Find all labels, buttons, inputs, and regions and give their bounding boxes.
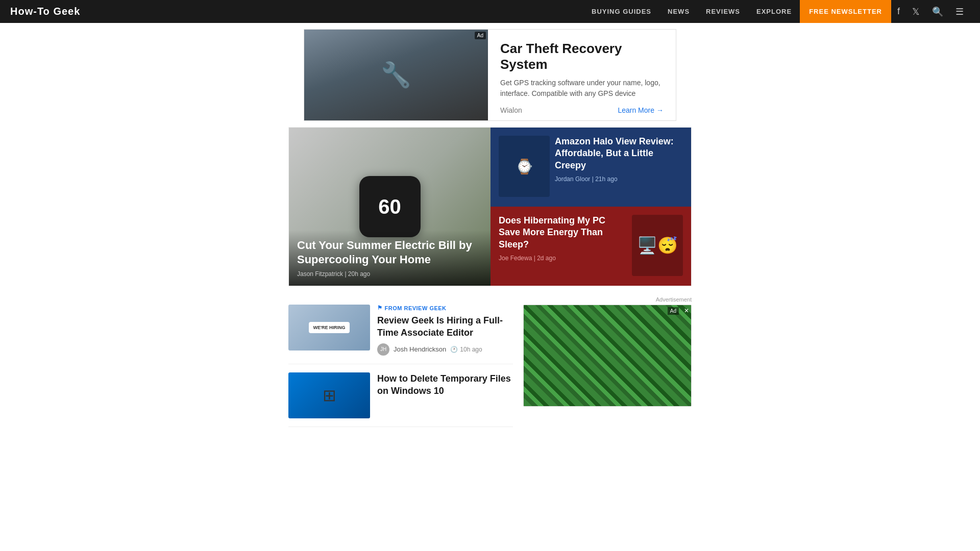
article-author-row: JH Josh Hendrickson 🕐 10h ago: [377, 343, 513, 356]
hiring-thumbnail: WE'RE HIRING: [288, 305, 370, 350]
hibernation-illustration: 🖥️😴: [632, 215, 683, 276]
article-body: How to Delete Temporary Files on Windows…: [377, 372, 513, 397]
twitter-icon[interactable]: 𝕏: [906, 0, 926, 23]
content-area: WE'RE HIRING ⚑ FROM REVIEW GEEK Review G…: [288, 296, 692, 427]
clock-icon: 🕐: [450, 346, 458, 353]
article-item: ⊞ How to Delete Temporary Files on Windo…: [288, 364, 513, 427]
hero-bottom-right-content: Does Hibernating My PC Save More Energy …: [499, 215, 627, 262]
hero-main-overlay: Cut Your Summer Electric Bill by Superco…: [289, 230, 491, 286]
laptop-hiring-display: WE'RE HIRING: [309, 322, 349, 333]
smartwatch-image: ⌚: [499, 136, 550, 197]
ad-brand: Wialon: [500, 106, 522, 114]
sidebar-ad-badge: Ad: [668, 307, 679, 315]
tag-icon: ⚑: [377, 305, 383, 311]
nav-explore[interactable]: EXPLORE: [748, 0, 800, 23]
ad-description: Get GPS tracking software under your nam…: [500, 78, 664, 99]
article-title[interactable]: Review Geek Is Hiring a Full-Time Associ…: [377, 314, 513, 339]
ad-background-image: [304, 30, 488, 120]
article-thumbnail: WE'RE HIRING: [288, 305, 370, 350]
nav-buying-guides[interactable]: BUYING GUIDES: [583, 0, 659, 23]
sidebar-ad: Ad ✕: [523, 305, 692, 407]
article-body: ⚑ FROM REVIEW GEEK Review Geek Is Hiring…: [377, 305, 513, 356]
ad-image: Ad: [304, 30, 488, 120]
hero-bottom-right-title[interactable]: Does Hibernating My PC Save More Energy …: [499, 215, 627, 251]
hero-main-article[interactable]: 60 Cut Your Summer Electric Bill by Supe…: [289, 128, 491, 286]
site-logo[interactable]: How-To Geek: [10, 6, 80, 17]
author-avatar: JH: [377, 343, 389, 356]
hero-top-right-author: Jordan Gloor: [555, 176, 590, 183]
hero-top-right-time: 21h ago: [595, 176, 617, 183]
hero-section: 60 Cut Your Summer Electric Bill by Supe…: [288, 127, 692, 286]
ad-learn-more[interactable]: Learn More →: [618, 106, 664, 114]
hero-main-author: Jason Fitzpatrick: [297, 270, 343, 278]
main-content: Ad Car Theft Recovery System Get GPS tra…: [0, 29, 980, 427]
newsletter-button[interactable]: FREE NEWSLETTER: [800, 0, 891, 23]
author-name: Josh Hendrickson: [394, 345, 446, 353]
hero-top-right-content: Amazon Halo View Review: Affordable, But…: [555, 136, 683, 183]
hero-bottom-right-time: 2d ago: [537, 255, 556, 262]
nav-reviews[interactable]: REVIEWS: [698, 0, 748, 23]
main-nav: BUYING GUIDES NEWS REVIEWS EXPLORE FREE …: [583, 0, 970, 23]
menu-icon[interactable]: ☰: [949, 0, 970, 23]
hero-bottom-right-author: Joe Fedewa: [499, 255, 532, 262]
hero-main-title[interactable]: Cut Your Summer Electric Bill by Superco…: [297, 238, 482, 267]
facebook-icon[interactable]: f: [891, 0, 906, 23]
hero-bottom-right-article[interactable]: Does Hibernating My PC Save More Energy …: [491, 207, 691, 286]
article-tag: ⚑ FROM REVIEW GEEK: [377, 305, 513, 311]
article-thumbnail: ⊞: [288, 372, 370, 418]
hero-top-right-article[interactable]: ⌚ Amazon Halo View Review: Affordable, B…: [491, 128, 691, 207]
hero-top-right-meta: Jordan Gloor | 21h ago: [555, 176, 683, 183]
ad-title: Car Theft Recovery System: [500, 41, 664, 72]
hero-main-meta: Jason Fitzpatrick | 20h ago: [297, 270, 482, 278]
thermostat-display: 60: [359, 176, 421, 237]
hero-top-right-title[interactable]: Amazon Halo View Review: Affordable, But…: [555, 136, 683, 171]
ad-banner-wrapper: Ad Car Theft Recovery System Get GPS tra…: [304, 29, 676, 121]
ad-content: Car Theft Recovery System Get GPS tracki…: [488, 30, 676, 120]
sidebar-ad-label: Advertisement: [523, 296, 692, 303]
ad-badge: Ad: [475, 32, 486, 39]
articles-list: WE'RE HIRING ⚑ FROM REVIEW GEEK Review G…: [288, 296, 513, 427]
cables-background: [524, 305, 691, 406]
site-header: How-To Geek BUYING GUIDES NEWS REVIEWS E…: [0, 0, 980, 23]
windows-thumbnail: ⊞: [288, 372, 370, 418]
article-time: 🕐 10h ago: [450, 346, 482, 353]
sidebar-ad-inner: Ad ✕: [524, 305, 691, 406]
search-icon[interactable]: 🔍: [926, 0, 949, 23]
nav-news[interactable]: NEWS: [659, 0, 698, 23]
sidebar: Advertisement Ad ✕: [523, 296, 692, 407]
arrow-right-icon: →: [656, 106, 664, 114]
article-title[interactable]: How to Delete Temporary Files on Windows…: [377, 372, 513, 397]
hero-main-time: 20h ago: [348, 270, 370, 278]
hero-bottom-right-meta: Joe Fedewa | 2d ago: [499, 255, 627, 262]
ad-banner: Ad Car Theft Recovery System Get GPS tra…: [304, 29, 676, 121]
ad-footer: Wialon Learn More →: [500, 106, 664, 114]
sidebar-ad-close[interactable]: ✕: [684, 307, 689, 314]
article-item: WE'RE HIRING ⚑ FROM REVIEW GEEK Review G…: [288, 296, 513, 364]
